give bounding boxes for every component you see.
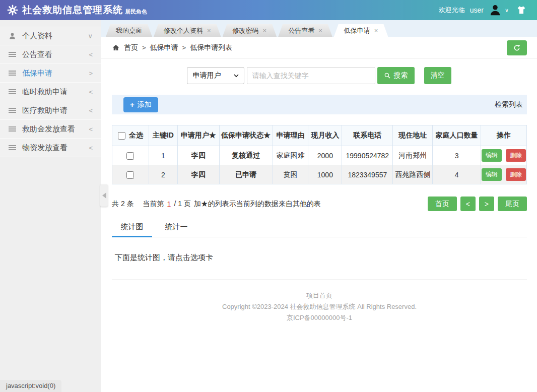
star-note: 加★的列表示当前列的数据来自其他的表 <box>194 200 321 209</box>
cell-id: 1 <box>149 146 177 165</box>
breadcrumb-level2: 低保申请列表 <box>190 43 232 52</box>
sidebar-item-announcements[interactable]: 公告查看 < <box>0 45 101 64</box>
refresh-icon <box>513 44 521 52</box>
sidebar-item-label: 医疗救助申请 <box>22 106 68 115</box>
plus-icon: + <box>130 100 135 109</box>
welcome-text: 欢迎光临 <box>439 6 465 15</box>
cell-id: 2 <box>149 165 177 184</box>
sidebar-item-label: 救助金发放查看 <box>22 124 75 134</box>
chevron-icon: < <box>89 125 93 133</box>
close-icon[interactable]: × <box>374 27 378 34</box>
next-page-button[interactable]: > <box>479 197 494 211</box>
col-header-address: 现住地址 <box>393 125 433 146</box>
applications-table: 全选 主键ID 申请用户★ 低保申请状态★ 申请理由 现月收入 联系电话 现住地… <box>112 125 527 184</box>
list-toolbar: + 添加 检索列表 <box>112 95 527 114</box>
tab-stats-chart[interactable]: 统计图 <box>112 218 152 237</box>
close-icon[interactable]: × <box>263 27 267 34</box>
tab-bar: 我的桌面 修改个人资料 × 修改密码 × 公告查看 × 低保申请 × <box>101 20 537 37</box>
tab-edit-profile[interactable]: 修改个人资料 × <box>154 24 221 37</box>
sidebar-item-label: 临时救助申请 <box>22 87 68 97</box>
search-button-label: 搜索 <box>394 71 408 80</box>
collapse-left-icon <box>102 192 106 199</box>
cell-income: 2000 <box>308 146 342 165</box>
prev-page-button[interactable]: < <box>460 197 476 211</box>
cell-phone: 19990524782 <box>342 146 393 165</box>
sidebar: 个人资料 ∨ 公告查看 < 低保申请 > 临时救助申请 < 医疗救助申请 < 救… <box>0 20 101 392</box>
sidebar-item-medical-aid[interactable]: 医疗救助申请 < <box>0 101 101 120</box>
header-right: 欢迎光临 user ∨ <box>439 4 527 17</box>
menu-icon <box>9 126 18 132</box>
last-page-button[interactable]: 尾页 <box>498 197 527 211</box>
cell-phone: 1823349557 <box>342 165 393 184</box>
stats-hint: 下面是统计图，请点击选项卡 <box>112 253 527 263</box>
tab-announcements[interactable]: 公告查看 × <box>278 24 332 37</box>
chevron-icon: < <box>89 144 93 152</box>
sidebar-item-label: 个人资料 <box>22 31 52 41</box>
sidebar-item-material-distribution[interactable]: 物资发放查看 < <box>0 139 101 157</box>
tab-change-password[interactable]: 修改密码 × <box>223 24 277 37</box>
search-button[interactable]: 搜索 <box>377 67 415 84</box>
search-field-select[interactable]: 申请用户 <box>187 67 244 84</box>
role-badge: 居民角色 <box>125 8 147 16</box>
breadcrumb: 首页 > 低保申请 > 低保申请列表 <box>101 37 537 59</box>
user-avatar-icon[interactable] <box>489 4 502 17</box>
tab-my-desktop[interactable]: 我的桌面 <box>106 24 152 37</box>
row-checkbox[interactable] <box>126 152 134 160</box>
tab-label: 修改密码 <box>233 26 259 35</box>
close-icon[interactable]: × <box>207 27 211 34</box>
search-bar: 申请用户 搜索 清空 <box>101 67 537 84</box>
selected-option: 申请用户 <box>193 71 221 80</box>
select-all-checkbox[interactable] <box>118 132 125 140</box>
breadcrumb-separator: > <box>182 44 186 51</box>
col-header-phone: 联系电话 <box>342 125 393 146</box>
edit-button[interactable]: 编辑 <box>482 168 502 181</box>
cell-address: 河南郑州 <box>393 146 433 165</box>
total-count-text: 共 2 条 <box>112 200 134 209</box>
theme-shirt-icon[interactable] <box>516 5 527 16</box>
delete-button[interactable]: 删除 <box>506 168 526 181</box>
breadcrumb-home[interactable]: 首页 <box>124 43 138 52</box>
pagination: 共 2 条 当前第 1 / 1 页 加★的列表示当前列的数据来自其他的表 首页 … <box>112 197 527 211</box>
sidebar-item-label: 物资发放查看 <box>22 143 68 153</box>
search-input[interactable] <box>247 67 375 84</box>
sidebar-collapse-handle[interactable] <box>100 184 108 207</box>
chevron-down-icon <box>233 73 239 79</box>
breadcrumb-level1[interactable]: 低保申请 <box>150 43 178 52</box>
col-header-income: 现月收入 <box>308 125 342 146</box>
first-page-button[interactable]: 首页 <box>428 197 457 211</box>
cell-status: 复核通过 <box>219 146 273 165</box>
footer-copyright: Copyright ©2023-2024 社会救助信息管理系统 All Righ… <box>112 301 527 312</box>
total-pages-text: / 1 页 <box>174 200 190 209</box>
footer-home-link[interactable]: 项目首页 <box>112 290 527 301</box>
tab-label: 修改个人资料 <box>164 26 203 35</box>
menu-icon <box>9 89 18 95</box>
edit-button[interactable]: 编辑 <box>482 149 502 162</box>
add-button[interactable]: + 添加 <box>123 97 158 112</box>
table-row: 1 李四 复核通过 家庭困难 2000 19990524782 河南郑州 3 编… <box>112 146 527 165</box>
divider <box>112 279 527 280</box>
delete-button[interactable]: 删除 <box>506 149 526 162</box>
sidebar-item-subsistence-application[interactable]: 低保申请 > <box>0 64 101 83</box>
cell-family: 3 <box>433 146 481 165</box>
sidebar-item-fund-distribution[interactable]: 救助金发放查看 < <box>0 120 101 139</box>
sidebar-item-profile[interactable]: 个人资料 ∨ <box>0 27 101 45</box>
footer: 项目首页 Copyright ©2023-2024 社会救助信息管理系统 All… <box>112 290 527 323</box>
cell-reason: 家庭困难 <box>273 146 308 165</box>
tab-subsistence-application[interactable]: 低保申请 × <box>334 24 388 37</box>
tab-stats-one[interactable]: 统计一 <box>156 218 196 237</box>
chevron-down-icon[interactable]: ∨ <box>505 7 509 14</box>
app-brand: 社会救助信息管理系统 居民角色 <box>7 4 147 17</box>
cell-status: 已申请 <box>219 165 273 184</box>
sidebar-item-temporary-aid[interactable]: 临时救助申请 < <box>0 83 101 101</box>
stats-tabs: 统计图 统计一 <box>112 218 527 237</box>
clear-button[interactable]: 清空 <box>424 67 451 84</box>
cell-address: 西苑路西侧 <box>393 165 433 184</box>
tab-label: 我的桌面 <box>116 26 142 35</box>
pagination-buttons: 首页 < > 尾页 <box>428 197 527 211</box>
select-all-label: 全选 <box>129 131 143 140</box>
row-checkbox[interactable] <box>126 171 134 179</box>
refresh-button[interactable] <box>507 40 527 55</box>
pagination-info: 共 2 条 当前第 1 / 1 页 加★的列表示当前列的数据来自其他的表 <box>112 200 321 209</box>
close-icon[interactable]: × <box>318 27 322 34</box>
cell-reason: 贫困 <box>273 165 308 184</box>
